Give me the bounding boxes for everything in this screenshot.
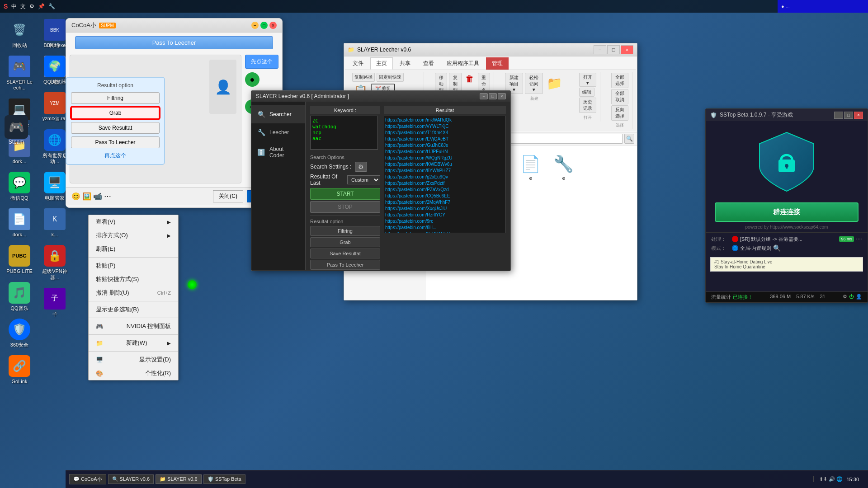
taskbar-icon2[interactable]: 文	[20, 3, 26, 10]
slayer-maximize-btn[interactable]: □	[489, 93, 497, 99]
cocoa-close-action-btn[interactable]: 关闭(C)	[213, 190, 243, 202]
fe-tab-file[interactable]: 文件	[347, 57, 369, 70]
fe-edit-btn[interactable]: 编辑	[579, 88, 594, 97]
result-link-8[interactable]: https://pastebin.com/8YWhPHZ7	[385, 168, 505, 174]
ctx-undo[interactable]: 撤消 删除(U) Ctrl+Z	[89, 286, 178, 300]
fe-new-folder-btn[interactable]: 📁	[545, 75, 564, 92]
result-link-3[interactable]: https://pastebin.com/EVjQAcBT	[385, 136, 505, 142]
fe-copy-path-btn[interactable]: 复制路径	[352, 73, 375, 82]
fe-tab-manage[interactable]: 管理	[486, 57, 509, 70]
sidebar-item-searcher[interactable]: 🔍 Searcher	[251, 105, 305, 123]
ctx-new[interactable]: 📁 新建(W) ▶	[89, 336, 178, 350]
sstop-connect-btn[interactable]: 群连连接	[715, 202, 859, 222]
sidebar-item-about[interactable]: ℹ️ About Coder	[251, 141, 305, 163]
pass-main-btn[interactable]: Pass To Leecher	[310, 260, 380, 270]
fe-tab-share[interactable]: 共享	[394, 57, 416, 70]
start-btn[interactable]: START	[310, 188, 380, 200]
ctx-view[interactable]: 查看(V) ▶	[89, 215, 178, 229]
result-link-5[interactable]: https://pastebin.com/t1JPFuHN	[385, 149, 505, 155]
cocoa-image-icon[interactable]: 🖼️	[82, 192, 91, 201]
icon-360[interactable]: 🛡️ 360安全	[4, 317, 35, 350]
result-link-11[interactable]: https://pastebin.com/PZaVxQzd	[385, 187, 505, 193]
result-link-17[interactable]: https://pastebin.com/8H...	[385, 225, 505, 231]
cocoa-emoji-icon[interactable]: 😊	[71, 192, 80, 201]
result-link-12[interactable]: https://pastebin.com/CQ5Bc6EE	[385, 193, 505, 199]
icon-pubg[interactable]: PUBG PUBG LITE	[4, 243, 35, 276]
sstop-user-icon[interactable]: 👤	[856, 294, 862, 300]
result-link-2[interactable]: https://pastebin.com/T1fXm4X4	[385, 130, 505, 136]
slayer-close-btn[interactable]: ×	[498, 93, 506, 99]
resultat-of-last-dropdown[interactable]: Custom All Last 24h	[347, 175, 380, 184]
result-link-18[interactable]: https://pastebin.com/XxPGGJbY	[385, 231, 505, 233]
slayer-minimize-btn[interactable]: −	[480, 93, 488, 99]
result-link-15[interactable]: https://pastebin.com/RzrllYCY	[385, 212, 505, 218]
taskbar-slayer-item[interactable]: 🔍 SLAYER v0.6	[108, 474, 154, 484]
pass-to-leecher-btn-overlay[interactable]: Pass To Leecher	[71, 136, 160, 148]
ctx-refresh[interactable]: 刷新(E)	[89, 242, 178, 256]
fe-select-none-btn[interactable]: 全部取消	[611, 89, 628, 104]
ctx-paste-shortcut[interactable]: 粘贴快捷方式(S)	[89, 272, 178, 286]
grab-btn-overlay[interactable]: Grab	[71, 107, 160, 119]
fe-pin-btn[interactable]: 固定到快速	[377, 73, 404, 82]
fe-close-btn[interactable]: ×	[621, 45, 633, 54]
result-link-16[interactable]: https://pastebin.com/9rc	[385, 218, 505, 225]
taskbar-icon4[interactable]: 📌	[38, 3, 45, 9]
sstop-maximize-btn[interactable]: □	[844, 112, 853, 119]
result-link-14[interactable]: https://pastebin.com/XxqUsJlU	[385, 206, 505, 212]
fe-search-btn[interactable]: 🔍	[624, 134, 634, 144]
icon-wechat[interactable]: 💬 微信QQ	[4, 170, 35, 203]
result-link-9[interactable]: https://pastebin.com/g2xEu9Qv	[385, 174, 505, 180]
fe-easy-access-btn[interactable]: 轻松访问 ▼	[525, 73, 543, 94]
fe-file-3[interactable]: 📄 e	[517, 151, 544, 186]
ctx-personalize[interactable]: 🎨 个性化(R)	[89, 366, 178, 380]
filtring-btn-overlay[interactable]: Filtring	[71, 92, 160, 104]
fe-select-all-btn[interactable]: 全部选择	[611, 73, 628, 88]
icon-slayer[interactable]: 🎮 SLAYER Leech...	[4, 54, 35, 93]
save-resultat-btn-overlay[interactable]: Save Resultat	[71, 122, 160, 134]
search-settings-btn[interactable]: ⚙	[355, 162, 367, 172]
result-link-4[interactable]: https://pastebin.com/GuJhC8Js	[385, 142, 505, 149]
taskbar-cocoa-item[interactable]: 💬 CoCoA小	[69, 474, 106, 484]
icon-golink[interactable]: 🔗 GoLink	[4, 353, 35, 386]
icon-zi[interactable]: 子 子	[39, 286, 71, 319]
fe-open-btn[interactable]: 打开 ▼	[579, 73, 596, 87]
result-link-6[interactable]: https://pastebin.com/WQgNRgZU	[385, 155, 505, 161]
resultat-links-panel[interactable]: https://pastebin.com/mkWARdQk https://pa…	[384, 116, 506, 233]
sstop-settings-icon[interactable]: ⚙	[843, 294, 847, 300]
cocoa-close-btn[interactable]: ×	[269, 22, 277, 29]
fe-tab-app-tools[interactable]: 应用程序工具	[441, 57, 485, 70]
ctx-display-more[interactable]: 显示更多选项(B)	[89, 303, 178, 316]
result-link-13[interactable]: https://pastebin.com/2MqWhhF7	[385, 199, 505, 206]
cocoa-first-btn[interactable]: 先点这个	[245, 55, 278, 69]
icon-dork2[interactable]: 📄 dork...	[4, 206, 35, 239]
cocoa-video-icon[interactable]: 📹	[93, 192, 102, 201]
ctx-nvidia[interactable]: 🎮 NVIDIA 控制面板	[89, 319, 178, 333]
fe-tab-home[interactable]: 主页	[370, 57, 393, 70]
cocoa-more-icon[interactable]: ⋯	[104, 192, 111, 201]
sstop-minimize-btn[interactable]: −	[834, 112, 843, 119]
result-link-10[interactable]: https://pastebin.com/ZxsPdztf	[385, 180, 505, 187]
taskbar-fe-item[interactable]: 📁 SLAYER v0.6	[156, 474, 202, 484]
taskbar-sstop-item[interactable]: 🛡️ SSTap Beta	[203, 474, 245, 484]
save-main-btn[interactable]: Save Resultat	[310, 249, 380, 258]
cocoa-maximize-btn[interactable]: □	[260, 22, 268, 29]
steam-icon-area[interactable]: 🎮 Steam	[0, 115, 33, 145]
sstop-power-icon[interactable]: ⏻	[849, 294, 854, 300]
fe-maximize-btn[interactable]: □	[607, 45, 620, 54]
sstop-search-icon[interactable]: 🔍	[773, 244, 781, 252]
result-link-1[interactable]: https://pastebin.com/vYWLTKjC	[385, 123, 505, 130]
taskbar-icon3[interactable]: ⚙	[29, 3, 34, 9]
filtring-main-btn[interactable]: Filtring	[310, 226, 380, 236]
icon-recycle[interactable]: 🗑️ 回收站	[4, 17, 35, 50]
grab-main-btn[interactable]: Grab	[310, 237, 380, 247]
fe-history-btn[interactable]: 历史记录	[579, 98, 596, 113]
icon-vpn[interactable]: 🔒 超级VPN神器...	[39, 243, 71, 282]
icon-k[interactable]: K k...	[39, 206, 71, 239]
sstop-close-btn[interactable]: ×	[854, 112, 863, 119]
fe-tab-view[interactable]: 查看	[417, 57, 440, 70]
result-link-0[interactable]: https://pastebin.com/mkWARdQk	[385, 117, 505, 123]
ctx-paste[interactable]: 粘贴(P)	[89, 259, 178, 272]
sidebar-item-leecher[interactable]: 🔧 Leecher	[251, 123, 305, 141]
icon-qq-music[interactable]: 🎵 QQ音乐	[4, 280, 35, 313]
cocoa-minimize-btn[interactable]: −	[251, 22, 259, 29]
